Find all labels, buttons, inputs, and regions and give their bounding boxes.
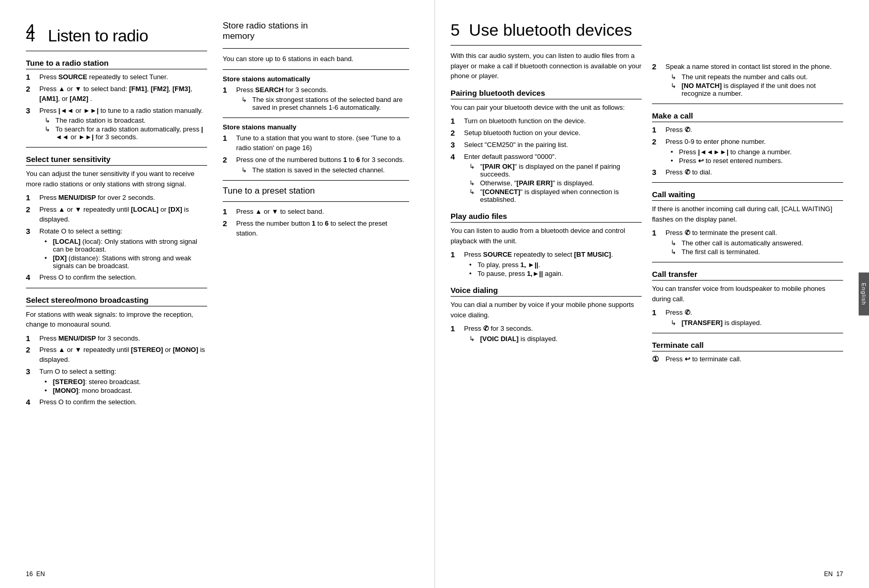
- step-content: Speak a name stored in contact list stor…: [665, 62, 843, 98]
- step-text: Press |◄◄ or ►►| to tune to a radio stat…: [39, 107, 203, 114]
- bullet-icon: •: [469, 261, 477, 269]
- step-item: 1 Press SEARCH for 3 seconds. ↳ The six …: [223, 85, 409, 113]
- step-text: Press SOURCE repeatedly to select [BT MU…: [464, 251, 613, 258]
- play-audio-intro: You can listen to audio from a bluetooth…: [451, 226, 642, 246]
- step-content: Press MENU/DISP for over 2 seconds.: [39, 193, 207, 203]
- bullet-icon: •: [45, 254, 53, 270]
- sub-item: • To pause, press 1,►|| again.: [464, 270, 642, 277]
- step-text: Enter default password "0000".: [464, 153, 556, 160]
- sub-text: [VOIC DIAL] is displayed.: [480, 335, 558, 343]
- tune-preset-steps: 1 Press ▲ or ▼ to select band. 2 Press t…: [223, 207, 409, 239]
- divider-r4: [652, 262, 843, 262]
- right-col-left: 5 Use bluetooth devices With this car au…: [451, 21, 642, 367]
- step-num: 3: [26, 227, 37, 236]
- arrow-icon: ↳: [469, 188, 479, 203]
- step-item: 1 Press MENU/DISP for over 2 seconds.: [26, 193, 207, 203]
- page-number-right: 17: [836, 570, 843, 578]
- step-item: 3 Rotate Ο to select a setting: • [LOCAL…: [26, 227, 207, 271]
- page-number: 16: [26, 570, 33, 578]
- step-item: 1 Press SOURCE repeatedly to select [BT …: [451, 250, 642, 278]
- store-manual-steps: 1 Tune to a station that you want to sto…: [223, 134, 409, 175]
- step-num: 1: [652, 125, 663, 134]
- chapter-5-heading: 5 Use bluetooth devices: [451, 21, 642, 40]
- chapter-4-num: 4: [26, 26, 35, 45]
- step-num: 1: [451, 250, 462, 259]
- sub-item: • [LOCAL] (local): Only stations with st…: [39, 238, 207, 253]
- step-num: 4: [26, 273, 37, 282]
- arrow-icon: ↳: [469, 335, 479, 343]
- step-item: 2 Press 0-9 to enter phone number. • Pre…: [652, 137, 843, 166]
- step-num: 2: [652, 62, 663, 71]
- tune-radio-steps: 1 Press SOURCE repeatedly to select Tune…: [26, 72, 207, 142]
- call-transfer-intro: You can transfer voice from loudspeaker …: [652, 284, 843, 304]
- step-content: Press Ο to confirm the selection.: [39, 398, 207, 407]
- step-content: Press |◄◄ or ►►| to tune to a radio stat…: [39, 106, 207, 142]
- step-num: 2: [451, 128, 462, 137]
- step-content: Press ▲ or ▼ repeatedly until [LOCAL] or…: [39, 205, 207, 225]
- divider-7: [223, 180, 409, 181]
- sub-text: The other call is automatically answered…: [682, 239, 803, 247]
- voice-dial-title: Voice dialing: [451, 286, 642, 297]
- chapter-4-label: Listen to radio: [48, 26, 148, 45]
- step-item: 1 Press ▲ or ▼ to select band.: [223, 207, 409, 217]
- sub-item: • [MONO]: mono broadcast.: [39, 387, 207, 394]
- step-content: Press ✆ to terminate the present call. ↳…: [665, 228, 843, 257]
- step-content: Press ✆ to dial.: [665, 168, 843, 178]
- sub-item: ↳ [NO MATCH] is displayed if the unit do…: [665, 82, 843, 97]
- step-content: Press MENU/DISP for 3 seconds.: [39, 334, 207, 344]
- voice-dial-intro: You can dial a number by voice if your m…: [451, 300, 642, 320]
- step-item: 2 Speak a name stored in contact list st…: [652, 62, 843, 98]
- step-content: Turn Ο to select a setting: • [STEREO]: …: [39, 367, 207, 395]
- call-transfer-title: Call transfer: [652, 270, 843, 281]
- tuner-sens-intro: You can adjust the tuner sensitivity if …: [26, 169, 207, 189]
- arrow-icon: ↳: [241, 166, 251, 174]
- sub-text: Press ↩ to reset entered numbers.: [679, 157, 783, 165]
- step-num: 3: [451, 140, 462, 149]
- sub-item: ↳ The other call is automatically answer…: [665, 239, 843, 247]
- terminate-call-title: Terminate call: [652, 341, 843, 351]
- step-item: 2 Press ▲ or ▼ repeatedly until [LOCAL] …: [26, 205, 207, 225]
- pairing-intro: You can pair your bluetooth device with …: [451, 102, 642, 113]
- step-item: 4 Enter default password "0000". ↳ "[PAI…: [451, 152, 642, 205]
- bullet-icon: •: [671, 157, 679, 165]
- step-item: 1 Press ✆ for 3 seconds. ↳ [VOIC DIAL] i…: [451, 324, 642, 344]
- step-item: 4 Press Ο to confirm the selection.: [26, 273, 207, 283]
- call-waiting-intro: If there is another incoming call during…: [652, 204, 843, 224]
- language-tab: English: [859, 272, 869, 315]
- arrow-icon: ↳: [671, 239, 680, 247]
- step-item: 1 Press MENU/DISP for 3 seconds.: [26, 334, 207, 344]
- step-text: Speak a name stored in contact list stor…: [665, 63, 832, 70]
- step-content: Press Ο to confirm the selection.: [39, 273, 207, 283]
- step-num: 2: [26, 205, 37, 214]
- sub-text: The unit repeats the number and calls ou…: [682, 73, 808, 81]
- sub-text: The six strongest stations of the select…: [252, 96, 409, 111]
- store-auto-title: Store staions automatically: [223, 75, 409, 83]
- step-content: Press SEARCH for 3 seconds. ↳ The six st…: [236, 85, 409, 113]
- step-item: 3 Turn Ο to select a setting: • [STEREO]…: [26, 367, 207, 395]
- step-item: 4 Press Ο to confirm the selection.: [26, 398, 207, 407]
- step-content: Press ↩ to terminate call.: [665, 355, 843, 364]
- step-item: 1 Tune to a station that you want to sto…: [223, 134, 409, 153]
- sub-item: ↳ The radio station is broadcast.: [39, 116, 207, 124]
- sub-item: ↳ The six strongest stations of the sele…: [236, 96, 409, 111]
- step-num: 2: [26, 84, 37, 93]
- step-content: Press ▲ or ▼ to select band: [FM1], [FM2…: [39, 84, 207, 104]
- left-page: 4 4 Listen to radio Tune to a radio stat…: [0, 0, 435, 588]
- step-num: 2: [652, 137, 663, 146]
- step-content: Press the number button 1 to 6 to select…: [236, 219, 409, 239]
- arrow-icon: ↳: [671, 82, 680, 97]
- section-stereo-title: Select stereo/mono broadcasting: [26, 296, 207, 306]
- bullet-icon: •: [671, 148, 679, 156]
- pairing-steps: 1 Turn on bluetooth function on the devi…: [451, 116, 642, 204]
- make-call-title: Make a call: [652, 111, 843, 122]
- arrow-icon: ↳: [671, 73, 680, 81]
- sub-item: ↳ "[PAIR OK]" is displayed on the panel …: [464, 163, 642, 178]
- bullet-icon: •: [469, 270, 477, 277]
- step-item: ① Press ↩ to terminate call.: [652, 355, 843, 364]
- step-num: 1: [223, 207, 234, 216]
- divider-r1: [451, 45, 642, 46]
- sub-item: ↳ To search for a radio station automati…: [39, 125, 207, 141]
- step-num: 1: [652, 228, 663, 237]
- step-text: Press ✆ for 3 seconds.: [464, 325, 533, 332]
- step-item: 2 Press ▲ or ▼ repeatedly until [STEREO]…: [26, 345, 207, 365]
